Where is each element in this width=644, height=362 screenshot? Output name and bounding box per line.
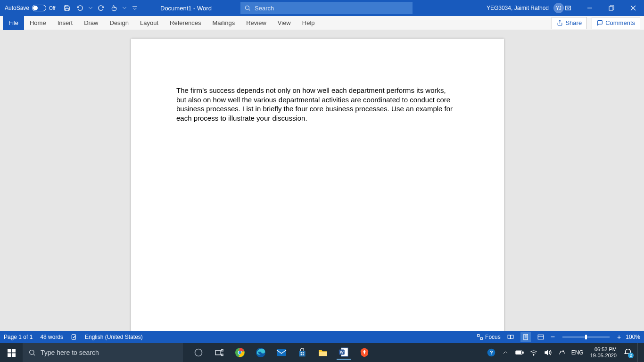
tab-draw[interactable]: Draw [78, 16, 104, 30]
svg-rect-36 [303, 354, 304, 355]
spellcheck-icon[interactable] [71, 334, 77, 340]
word-icon[interactable]: W [337, 346, 351, 360]
document-body-text[interactable]: The firm’s success depends not only on h… [176, 86, 455, 123]
zoom-slider[interactable] [562, 337, 610, 337]
tab-layout[interactable]: Layout [134, 16, 164, 30]
focus-icon [477, 334, 483, 340]
save-icon[interactable] [62, 3, 72, 13]
redo-icon[interactable] [96, 3, 106, 13]
read-mode-icon[interactable] [505, 332, 516, 342]
user-area[interactable]: YEG3034, Jaimit Rathod YJ [487, 3, 564, 13]
svg-rect-35 [301, 354, 302, 355]
share-icon [557, 20, 563, 26]
file-explorer-icon[interactable] [316, 346, 330, 360]
search-box[interactable] [240, 2, 413, 14]
autosave-state: Off [49, 6, 55, 11]
status-language[interactable]: English (United States) [85, 334, 143, 340]
input-method-icon[interactable] [557, 348, 567, 357]
windows-icon [8, 349, 16, 357]
svg-line-23 [33, 354, 35, 355]
svg-rect-10 [478, 335, 479, 337]
maximize-button[interactable] [601, 0, 622, 16]
cortana-icon[interactable] [191, 346, 206, 360]
tab-mailings[interactable]: Mailings [207, 16, 241, 30]
mail-icon[interactable] [274, 346, 289, 360]
notifications-icon[interactable]: 2 [623, 348, 633, 357]
autosave-label: AutoSave [5, 5, 29, 11]
status-right: Focus − + 100% [477, 332, 640, 342]
search-input[interactable] [255, 5, 409, 12]
zoom-out-button[interactable]: − [551, 333, 555, 341]
ribbon-tabs: File Home Insert Draw Design Layout Refe… [0, 16, 644, 30]
app-title: Document1 - Word [160, 5, 212, 12]
tab-file[interactable]: File [3, 16, 24, 30]
search-icon [244, 5, 251, 11]
taskbar-search[interactable] [23, 343, 183, 362]
brave-icon[interactable] [357, 346, 372, 360]
svg-marker-47 [545, 350, 548, 354]
task-view-icon[interactable] [212, 346, 226, 360]
start-button[interactable] [0, 343, 23, 362]
focus-mode-button[interactable]: Focus [477, 334, 501, 340]
tab-view[interactable]: View [272, 16, 297, 30]
autosave-switch-icon [32, 5, 46, 11]
comments-label: Comments [605, 19, 635, 26]
wifi-icon[interactable] [529, 348, 538, 357]
system-tray: ? ENG 06:52 PM 19-05-2020 2 [483, 343, 644, 362]
svg-rect-45 [516, 352, 521, 354]
ribbon-display-options-icon[interactable] [563, 3, 573, 13]
tab-design[interactable]: Design [104, 16, 134, 30]
svg-point-1 [245, 6, 249, 9]
svg-rect-26 [222, 350, 223, 351]
help-icon[interactable]: ? [487, 348, 496, 357]
svg-point-46 [533, 355, 534, 355]
qat-customize-icon[interactable] [130, 3, 140, 13]
edge-icon[interactable] [254, 346, 268, 360]
svg-rect-34 [303, 352, 304, 354]
document-canvas[interactable]: The firm’s success depends not only on h… [0, 30, 644, 331]
store-icon[interactable] [295, 346, 309, 360]
volume-icon[interactable] [543, 348, 553, 357]
zoom-level[interactable]: 100% [626, 334, 640, 340]
svg-rect-20 [8, 353, 11, 357]
svg-rect-9 [72, 335, 75, 340]
tray-date: 19-05-2020 [590, 353, 617, 359]
tab-insert[interactable]: Insert [52, 16, 79, 30]
notif-badge: 2 [628, 353, 634, 358]
svg-rect-25 [215, 350, 221, 355]
chrome-icon[interactable] [233, 346, 247, 360]
share-label: Share [565, 19, 582, 26]
undo-icon[interactable] [75, 3, 85, 13]
comments-button[interactable]: Comments [592, 17, 640, 29]
tab-home[interactable]: Home [24, 16, 52, 30]
tray-clock[interactable]: 06:52 PM 19-05-2020 [590, 346, 617, 358]
tray-language[interactable]: ENG [571, 349, 584, 356]
status-page[interactable]: Page 1 of 1 [4, 334, 33, 340]
zoom-in-button[interactable]: + [617, 333, 621, 341]
svg-rect-21 [12, 353, 16, 357]
touch-dropdown-icon[interactable] [122, 3, 127, 13]
minimize-button[interactable] [579, 0, 601, 16]
undo-dropdown-icon[interactable] [88, 3, 93, 13]
status-words[interactable]: 48 words [40, 334, 63, 340]
autosave-toggle[interactable]: AutoSave Off [0, 5, 60, 11]
share-button[interactable]: Share [552, 17, 587, 29]
print-layout-icon[interactable] [520, 332, 531, 342]
show-desktop-button[interactable] [637, 343, 640, 362]
svg-rect-33 [301, 352, 302, 354]
touch-mode-icon[interactable] [109, 3, 119, 13]
svg-text:?: ? [489, 349, 493, 355]
taskbar-search-input[interactable] [41, 349, 177, 356]
close-button[interactable] [622, 0, 644, 16]
windows-taskbar: W ? ENG 06:52 PM 19-05-2020 2 [0, 343, 644, 362]
web-layout-icon[interactable] [536, 332, 546, 342]
tab-references[interactable]: References [164, 16, 206, 30]
tab-help[interactable]: Help [297, 16, 321, 30]
battery-icon[interactable] [515, 348, 524, 357]
tray-chevron-icon[interactable] [501, 348, 510, 357]
document-page[interactable]: The firm’s success depends not only on h… [131, 39, 504, 331]
svg-rect-27 [222, 354, 223, 355]
tab-review[interactable]: Review [240, 16, 272, 30]
window-controls [579, 0, 644, 16]
title-bar: AutoSave Off Document1 - Word YEG3034, J… [0, 0, 644, 16]
